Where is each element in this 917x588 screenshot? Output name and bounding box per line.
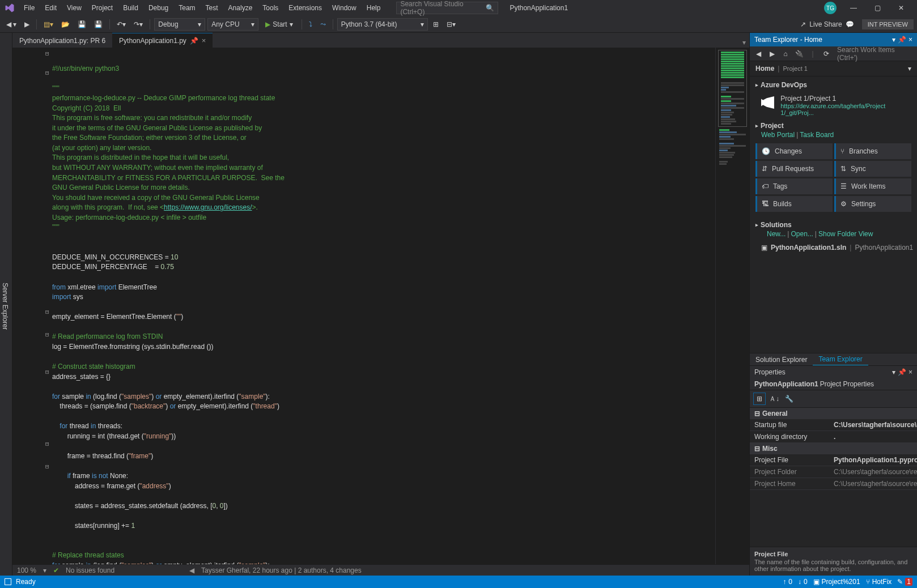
menu-tools[interactable]: Tools [258,2,283,14]
save-button[interactable]: 💾 [75,19,89,30]
menu-analyze[interactable]: Analyze [224,2,257,14]
platform-dropdown[interactable]: Any CPU▾ [207,18,258,31]
layout-button-2[interactable]: ⊟▾ [444,19,459,30]
zoom-level[interactable]: 100 % [17,566,36,574]
preview-badge[interactable]: INT PREVIEW [862,19,914,29]
menu-file[interactable]: File [19,2,39,14]
work-items-search[interactable]: Search Work Items (Ctrl+') [836,45,915,63]
menu-extensions[interactable]: Extensions [284,2,326,14]
menu-debug[interactable]: Debug [144,2,173,14]
undo-button[interactable]: ↶▾ [114,19,129,30]
tile-changes[interactable]: 🕓Changes [755,143,833,159]
dropdown-icon[interactable]: ▾ [892,368,895,376]
code-editor[interactable]: ⊟#!/usr/bin/env python3 ⊟""" performance… [12,48,715,564]
cat-general[interactable]: ⊟General [750,408,917,419]
menu-edit[interactable]: Edit [40,2,61,14]
menu-build[interactable]: Build [118,2,143,14]
show-folder-link[interactable]: Show Folder View [818,230,873,238]
new-project-button[interactable]: ▤▾ [41,19,56,30]
config-dropdown[interactable]: Debug▾ [154,18,205,31]
step-into-button[interactable]: ⤵ [306,19,315,30]
alpha-button[interactable]: Ａ↓ [768,393,780,405]
tile-pull-requests[interactable]: ⇵Pull Requests [755,161,833,177]
connect-icon[interactable]: 🔌 [793,48,805,60]
refresh-icon[interactable]: ⟳ [820,48,833,60]
maximize-button[interactable]: ▢ [866,0,889,16]
tile-builds[interactable]: 🏗Builds [755,196,833,212]
pin-icon[interactable]: 📌 [190,37,198,45]
pin-icon[interactable]: 📌 [898,36,906,44]
pending-changes[interactable]: ✎1 [897,578,912,586]
python-env-dropdown[interactable]: Python 3.7 (64-bit)▾ [337,18,428,31]
user-avatar[interactable]: TG [824,2,837,14]
tab-team-explorer[interactable]: Team Explorer [813,353,868,366]
props-pages-button[interactable]: 🔧 [783,393,795,405]
home-icon[interactable]: ⌂ [779,48,792,60]
prop-startup-file[interactable]: Startup fileC:\Users\tagherfa\source\rep… [750,419,917,431]
step-over-button[interactable]: ⤳ [317,19,329,30]
devops-url[interactable]: https://dev.azure.com/tagherfa/Project 1… [780,103,911,116]
menu-test[interactable]: Test [201,2,223,14]
properties-subject[interactable]: PythonApplication1 Project Properties [750,378,917,390]
tab-app-py[interactable]: PythonApplication1.py📌× [112,33,213,48]
arrow-up-icon: ↑ [783,578,786,586]
solution-row[interactable]: ▣ PythonApplication1.sln|PythonApplicati… [750,241,917,254]
menu-project[interactable]: Project [87,2,117,14]
prop-project-file[interactable]: Project FilePythonApplication1.pyproj [750,454,917,466]
tile-tags[interactable]: 🏷Tags [755,178,833,194]
branch-icon: ⑂ [840,147,844,155]
redo-button[interactable]: ↷▾ [131,19,146,30]
codelens-blame[interactable]: Taysser Gherfal, 22 hours ago | 2 author… [201,566,362,574]
tile-sync[interactable]: ⇅Sync [834,161,911,177]
new-solution-link[interactable]: New... [767,230,786,238]
menu-help[interactable]: Help [362,2,385,14]
close-icon[interactable]: × [908,368,912,376]
menu-team[interactable]: Team [174,2,199,14]
categorized-button[interactable]: ⊞ [753,393,766,405]
forward-icon[interactable]: ▶ [766,48,778,60]
te-title-row[interactable]: Home|Project 1 ▾ [750,61,917,76]
close-icon[interactable]: × [908,36,912,44]
start-button[interactable]: ▶Start▾ [261,19,297,29]
section-azure-devops[interactable]: ▸Azure DevOps [755,81,911,89]
clock-icon: 🕓 [762,147,770,155]
tile-branches[interactable]: ⑂Branches [834,143,911,159]
open-file-button[interactable]: 📂 [58,19,73,30]
live-share-button[interactable]: ↗Live Share 💬 [800,20,854,28]
save-all-button[interactable]: 💾 [91,19,105,30]
open-solution-link[interactable]: Open... [791,230,813,238]
close-button[interactable]: ✕ [890,0,912,16]
menu-window[interactable]: Window [328,2,361,14]
section-solutions[interactable]: ▸Solutions [755,221,911,229]
back-icon[interactable]: ◀ [752,48,765,60]
minimize-button[interactable]: — [842,0,865,16]
prop-working-dir[interactable]: Working directory. [750,431,917,443]
layout-button-1[interactable]: ⊞ [430,19,441,30]
menu-view[interactable]: View [62,2,86,14]
server-explorer-tab[interactable]: Server Explorer [0,37,10,576]
global-search[interactable]: Search Visual Studio (Ctrl+Q) 🔍 [396,2,498,14]
cat-misc[interactable]: ⊟Misc [750,443,917,454]
tab-overflow-button[interactable]: ▾ [739,37,749,48]
feedback-icon[interactable]: 💬 [846,20,854,28]
nav-fwd-button[interactable]: ▶ [22,19,32,30]
tile-settings[interactable]: ⚙Settings [834,196,911,212]
web-portal-link[interactable]: Web Portal [761,131,795,139]
tab-solution-explorer[interactable]: Solution Explorer [750,354,813,365]
unpushed-commits[interactable]: ↑0 [783,578,792,586]
nav-back-button[interactable]: ◀ ▾ [3,19,19,30]
minimap[interactable] [715,48,749,564]
pin-icon[interactable]: 📌 [898,368,906,376]
branch-name[interactable]: ⑂HotFix [866,578,892,586]
issues-label[interactable]: No issues found [66,566,114,574]
dropdown-icon[interactable]: ▾ [892,36,895,44]
task-board-link[interactable]: Task Board [800,131,834,139]
tile-work-items[interactable]: ☰Work Items [834,178,911,194]
incoming-commits[interactable]: ↓0 [798,578,808,586]
tab-pr6[interactable]: PythonApplication1.py: PR 6 [12,34,112,48]
tab-close-icon[interactable]: × [202,36,206,45]
devops-project-path[interactable]: Project 1/Project 1 [780,95,911,103]
section-project[interactable]: ▸Project [755,122,911,130]
status-square-icon[interactable] [5,578,11,585]
repo-name[interactable]: ▣Project%201 [813,578,860,586]
